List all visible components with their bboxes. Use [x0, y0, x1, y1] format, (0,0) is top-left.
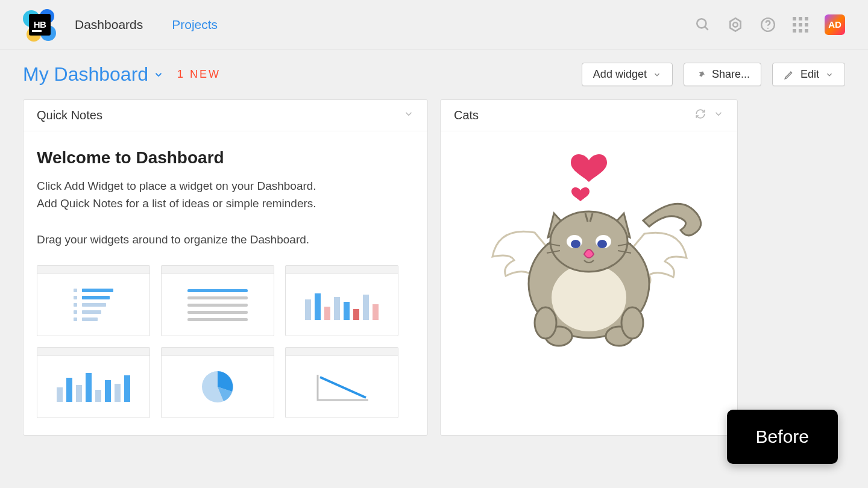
quick-notes-line: Add Quick Notes for a list of ideas or s…	[37, 195, 414, 212]
widget-title: Cats	[454, 108, 688, 122]
widget-thumb-line[interactable]	[285, 347, 398, 418]
svg-point-7	[733, 22, 738, 27]
svg-point-16	[621, 307, 643, 339]
widget-thumb-pie[interactable]	[161, 347, 274, 418]
before-badge: Before	[727, 410, 838, 464]
widget-cats: Cats	[440, 99, 738, 436]
widget-refresh-button[interactable]	[695, 108, 706, 122]
edit-button[interactable]: Edit	[772, 63, 845, 86]
app-logo[interactable]: HB	[23, 8, 57, 42]
chevron-down-icon	[403, 108, 414, 119]
widget-thumb-bars2[interactable]	[37, 347, 150, 418]
quick-notes-heading: Welcome to Dashboard	[37, 148, 414, 167]
chevron-down-icon	[653, 70, 661, 79]
help-icon[interactable]	[760, 16, 776, 33]
cat-image	[468, 142, 709, 359]
svg-point-21	[597, 240, 607, 248]
pencil-icon	[784, 69, 794, 80]
dashboard-title-dropdown[interactable]: My Dashboard	[23, 63, 164, 86]
svg-point-20	[571, 240, 580, 248]
share-button[interactable]: Share...	[684, 63, 761, 86]
edit-label: Edit	[800, 68, 819, 81]
quick-notes-line: Drag your widgets around to organize the…	[37, 231, 414, 248]
avatar[interactable]: AD	[825, 14, 845, 35]
settings-icon[interactable]	[727, 16, 744, 33]
new-badge: 1 NEW	[177, 68, 221, 81]
quick-notes-line: Click Add Widget to place a widget on yo…	[37, 177, 414, 195]
search-icon[interactable]	[694, 16, 711, 33]
chevron-down-icon	[153, 69, 164, 80]
widget-thumb-text[interactable]	[161, 265, 274, 336]
svg-point-15	[535, 307, 556, 339]
widget-menu-button[interactable]	[403, 108, 414, 122]
share-label: Share...	[712, 68, 750, 81]
apps-icon[interactable]	[792, 16, 809, 33]
widget-thumb-list[interactable]	[37, 265, 150, 336]
svg-marker-6	[730, 18, 740, 31]
nav-projects[interactable]: Projects	[172, 17, 218, 32]
svg-point-12	[552, 264, 626, 331]
widget-menu-button[interactable]	[713, 108, 724, 122]
chevron-down-icon	[713, 108, 724, 119]
svg-line-5	[705, 27, 708, 30]
add-widget-label: Add widget	[593, 68, 647, 81]
svg-point-9	[767, 27, 769, 28]
widget-thumb-bars[interactable]	[285, 265, 398, 336]
chevron-down-icon	[825, 70, 834, 79]
add-widget-button[interactable]: Add widget	[582, 63, 673, 86]
share-icon	[695, 69, 706, 80]
svg-point-4	[697, 19, 706, 28]
nav-dashboards[interactable]: Dashboards	[75, 17, 143, 32]
dashboard-title-label: My Dashboard	[23, 63, 148, 86]
widget-title: Quick Notes	[37, 108, 396, 122]
widget-quick-notes: Quick Notes Welcome to Dashboard Click A…	[23, 99, 428, 436]
refresh-icon	[695, 108, 706, 119]
